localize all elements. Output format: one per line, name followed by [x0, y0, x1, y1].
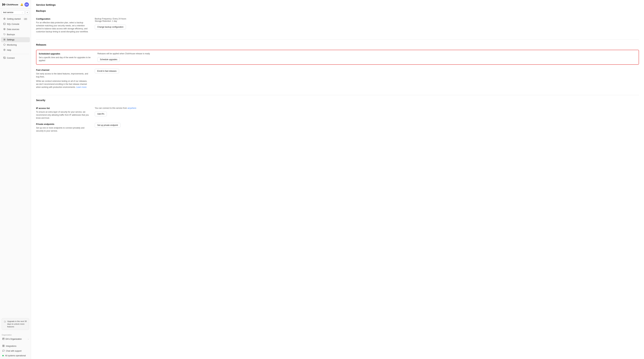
add-service-button[interactable]: +: [26, 10, 29, 14]
svg-rect-23: [4, 346, 4, 347]
sidebar-item-settings[interactable]: Settings: [1, 37, 30, 42]
chat-support-label: Chat with support: [6, 350, 22, 352]
backups-section: Backups Configuration For an effective d…: [36, 9, 639, 35]
sidebar-item-label: Getting started: [7, 18, 21, 20]
sidebar-header: ClickHouse 🔔 DA: [0, 0, 31, 8]
fast-channel-desc2: While we conduct extensive testing on al…: [36, 80, 90, 89]
service-selector: test service ⌄ +: [2, 10, 29, 14]
service-name: test service: [3, 11, 14, 13]
fast-channel-title: Fast channel: [36, 69, 90, 71]
upgrade-text: Upgrade in the next 30 days to unlock mo…: [7, 320, 27, 328]
backup-frequency-info: Backup Frequency: Every 24 hours Storage…: [95, 17, 639, 22]
sidebar-item-connect[interactable]: Connect: [1, 55, 30, 60]
svg-rect-0: [2, 3, 3, 6]
org-arrow-icon: ›: [28, 338, 28, 340]
sidebar-item-data-sources[interactable]: Data sources: [1, 27, 30, 32]
scheduled-upgrades-title: Scheduled upgrades: [39, 52, 92, 55]
svg-point-10: [4, 44, 5, 45]
sidebar-item-label: Monitoring: [7, 44, 16, 46]
sidebar-item-label: Settings: [7, 38, 14, 41]
private-endpoints-right: Set up private endpoint: [95, 123, 639, 128]
sidebar-item-label: Connect: [7, 57, 15, 59]
upgrade-icon: ◷: [4, 320, 6, 323]
ip-access-anywhere-link[interactable]: anywhere: [128, 107, 136, 109]
svg-rect-1: [3, 4, 4, 5]
svg-point-12: [4, 50, 4, 50]
sidebar-item-label: Backups: [7, 33, 15, 36]
svg-rect-17: [3, 338, 3, 339]
sidebar-item-label: Help: [7, 49, 11, 51]
upgrade-box[interactable]: ◷ Upgrade in the next 30 days to unlock …: [2, 318, 29, 330]
nav-section: Getting started 1/5 SQL Console Data sou…: [0, 15, 31, 167]
svg-rect-16: [2, 338, 4, 340]
svg-rect-15: [4, 58, 5, 58]
ip-access-row: IP access list To ensure an extra layer …: [36, 105, 639, 121]
private-endpoints-row: Private endpoints Set up one or more end…: [36, 121, 639, 134]
sql-console-icon: [3, 23, 6, 25]
status-link: All systems operational: [0, 354, 31, 358]
svg-point-6: [4, 29, 5, 29]
sidebar-item-help[interactable]: Help: [1, 48, 30, 53]
setup-private-endpoint-button[interactable]: Set up private endpoint: [95, 123, 120, 128]
integrations-link[interactable]: Integrations: [0, 344, 31, 349]
sidebar-item-getting-started[interactable]: Getting started 1/5: [1, 16, 30, 21]
monitoring-icon: [3, 43, 6, 46]
sidebar: ClickHouse 🔔 DA test service ⌄ + Getting…: [0, 0, 31, 359]
getting-started-badge: 1/5: [24, 18, 28, 20]
svg-rect-2: [4, 3, 4, 6]
scheduled-upgrades-desc: Set a specific time and day of the week …: [39, 56, 92, 62]
org-section: Organization DA's Organization ›: [0, 333, 31, 343]
divider-releases-security: [36, 95, 639, 95]
data-sources-icon: [3, 28, 6, 31]
private-endpoints-left: Private endpoints Set up one or more end…: [36, 123, 90, 132]
private-endpoints-desc: Set up one or more endpoints to connect …: [36, 126, 90, 132]
logo-area: ClickHouse: [2, 3, 18, 6]
ip-access-info: You can connect to this service from any…: [95, 107, 639, 109]
org-item[interactable]: DA's Organization ›: [2, 337, 29, 341]
scheduled-upgrades-right: Releases will be applied when ClickHouse…: [98, 52, 636, 62]
change-backup-config-button[interactable]: Change backup configuration: [95, 25, 126, 29]
getting-started-icon: [3, 17, 6, 20]
fast-channel-learn-more-link[interactable]: Learn more: [76, 86, 86, 88]
org-label: Organization: [2, 334, 29, 336]
bell-icon[interactable]: 🔔: [20, 3, 23, 6]
status-dot: [2, 355, 4, 356]
add-ips-button[interactable]: Add IPs: [95, 112, 107, 116]
org-icon: [2, 338, 4, 341]
backup-configuration-left: Configuration For an effective data prot…: [36, 17, 90, 33]
main-content: Service Settings Backups Configuration F…: [31, 0, 644, 359]
settings-icon: [3, 38, 6, 41]
svg-rect-21: [4, 345, 4, 346]
backups-section-title: Backups: [36, 9, 639, 13]
app-logo-text: ClickHouse: [6, 3, 18, 6]
schedule-upgrades-button[interactable]: Schedule upgrades: [98, 57, 120, 62]
backups-icon: [3, 33, 6, 36]
enroll-fast-releases-button[interactable]: Enroll in fast releases: [95, 69, 119, 73]
releases-section-title: Releases: [36, 43, 639, 47]
scheduled-upgrades-status: Releases will be applied when ClickHouse…: [98, 52, 636, 55]
org-name: DA's Organization: [6, 338, 22, 340]
help-icon: [3, 49, 6, 51]
svg-rect-13: [4, 57, 5, 59]
sidebar-item-label: SQL Console: [7, 23, 19, 25]
integrations-icon: [2, 345, 4, 348]
sidebar-item-sql-console[interactable]: SQL Console: [1, 22, 30, 27]
avatar[interactable]: DA: [24, 2, 29, 7]
releases-section: Releases Scheduled upgrades Set a specif…: [36, 43, 639, 90]
svg-rect-4: [4, 23, 5, 25]
sidebar-item-monitoring[interactable]: Monitoring: [1, 42, 30, 47]
private-endpoints-title: Private endpoints: [36, 123, 90, 125]
sidebar-item-backups[interactable]: Backups: [1, 32, 30, 37]
status-text: All systems operational: [5, 355, 26, 357]
backup-configuration-desc: For an effective data protection plan, s…: [36, 21, 90, 33]
page-title: Service Settings: [36, 3, 639, 6]
svg-rect-22: [2, 346, 3, 347]
sidebar-item-label: Data sources: [7, 28, 19, 30]
backup-configuration-right: Backup Frequency: Every 24 hours Storage…: [95, 17, 639, 29]
chat-support-link[interactable]: Chat with support: [0, 349, 31, 353]
svg-point-5: [4, 28, 5, 30]
backup-configuration-title: Configuration: [36, 17, 90, 20]
service-dropdown[interactable]: test service ⌄: [2, 10, 24, 14]
chevron-down-icon: ⌄: [22, 11, 23, 13]
header-actions: 🔔 DA: [20, 2, 29, 7]
